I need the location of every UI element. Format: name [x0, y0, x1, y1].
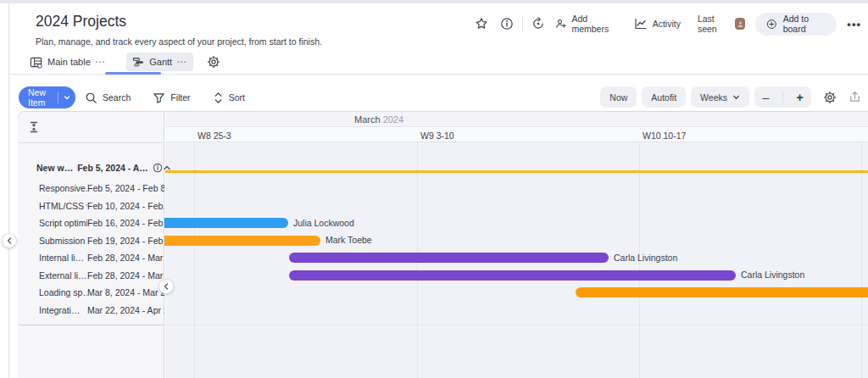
last-seen[interactable]: Last seen: [698, 14, 745, 34]
tab-menu-icon[interactable]: ···: [177, 58, 187, 67]
chevron-left-icon: [6, 237, 13, 244]
toolbar-right: Now Autofit Weeks – +: [600, 86, 861, 108]
board-menu-button[interactable]: •••: [847, 18, 861, 31]
group-end-divider: [165, 325, 868, 325]
collapse-panel-button[interactable]: [159, 279, 174, 294]
avatar[interactable]: [735, 18, 745, 30]
timeline-month-row: [165, 112, 868, 127]
zoom-out-button[interactable]: –: [754, 86, 777, 108]
expand-nav-button[interactable]: [2, 233, 17, 248]
now-button[interactable]: Now: [600, 86, 637, 108]
gantt-icon: [132, 56, 144, 68]
header-actions: Add members Activity Last seen Add to bo…: [475, 12, 861, 36]
collapse-rows-button[interactable]: [28, 121, 40, 133]
gantt-bar[interactable]: [164, 236, 320, 246]
group-info-button[interactable]: [153, 163, 163, 173]
tab-main-table[interactable]: Main table ···: [24, 53, 111, 72]
nav-panel-edge: [8, 3, 9, 378]
bar-assignee-label: Carla Livingston: [614, 253, 677, 263]
group-header-row[interactable]: New w… Feb 5, 2024 - A…: [18, 158, 164, 178]
person-icon: [737, 20, 744, 28]
group-dates: Feb 5, 2024 - A…: [77, 163, 148, 173]
week-label: W8 25-3: [198, 131, 231, 141]
group-name: New w…: [36, 163, 73, 173]
activity-button[interactable]: Activity: [634, 17, 681, 31]
filter-icon: [153, 92, 165, 104]
timeline-week-row: [165, 128, 868, 142]
chevron-left-icon: [163, 283, 170, 290]
compress-vertical-icon: [28, 121, 40, 133]
main-table-icon: [30, 56, 42, 69]
export-icon: [849, 91, 861, 103]
tab-gantt[interactable]: Gantt ···: [126, 53, 192, 71]
export-button[interactable]: [849, 91, 861, 103]
activity-chart-icon: [634, 17, 648, 31]
week-gridline: [861, 142, 862, 378]
gear-icon: [207, 55, 220, 69]
person-plus-icon: [555, 17, 567, 31]
task-row[interactable]: External li…Feb 28, 2024 - Mar 12,…: [18, 267, 164, 285]
gantt-bar[interactable]: [576, 287, 868, 297]
plus-circle-icon: [766, 18, 777, 31]
filter-button[interactable]: Filter: [153, 92, 190, 104]
timeline-month-label: March 2024: [354, 114, 403, 125]
refresh-icon: [531, 17, 545, 31]
panel-bottom-border: [19, 325, 164, 325]
tab-menu-icon[interactable]: ···: [96, 58, 106, 67]
window-top-strip: [0, 0, 868, 3]
view-tabs: Main table ··· Gantt ···: [24, 51, 220, 73]
favorite-button[interactable]: [475, 17, 488, 31]
page-subtitle: Plan, manage, and track every aspect of …: [36, 36, 322, 47]
gantt-bar[interactable]: [289, 270, 736, 281]
info-icon: [500, 17, 514, 31]
bar-assignee-label: Carla Livingston: [741, 270, 804, 280]
task-row[interactable]: Internal li…Feb 28, 2024 - Mar 8, …: [18, 249, 164, 267]
autofit-button[interactable]: Autofit: [642, 86, 686, 108]
zoom-unit-dropdown[interactable]: Weeks: [691, 86, 749, 108]
task-row[interactable]: Loading sp…Mar 8, 2024 - Mar 22,…: [18, 284, 164, 302]
week-gridline: [194, 142, 195, 378]
task-row[interactable]: Script optimi…Feb 16, 2024 - Feb …: [18, 214, 164, 232]
week-label: W9 3-10: [420, 131, 454, 141]
caret-down-icon: [64, 94, 70, 101]
search-icon: [85, 92, 97, 104]
search-button[interactable]: Search: [85, 92, 131, 104]
bar-assignee-label: Mark Toebe: [326, 235, 372, 245]
task-rows: Responsive…Feb 5, 2024 - Feb 8, … HTML/C…: [18, 180, 164, 319]
board-info-button[interactable]: [500, 17, 514, 31]
active-tab-underline: [105, 72, 161, 75]
bar-assignee-label: Julia Lockwood: [293, 218, 354, 228]
sort-icon: [213, 92, 224, 104]
header-divider: [522, 15, 523, 32]
panel-header-divider: [18, 142, 164, 143]
page-title: 2024 Projects: [36, 13, 126, 31]
add-members-button[interactable]: Add members: [555, 14, 619, 34]
zoom-controls: – +: [754, 86, 811, 108]
sort-button[interactable]: Sort: [213, 92, 245, 104]
info-icon: [153, 163, 163, 173]
gantt-settings-button[interactable]: [823, 91, 837, 104]
board-automations-button[interactable]: [531, 17, 545, 31]
task-row[interactable]: Submission …Feb 19, 2024 - Feb …: [18, 232, 164, 250]
task-row[interactable]: Integrati…Mar 22, 2024 - Apr 25, …: [18, 302, 164, 320]
star-icon: [475, 17, 488, 31]
group-summary-bar[interactable]: [165, 170, 868, 173]
new-item-button[interactable]: New Item: [19, 86, 75, 108]
caret-down-icon: [732, 93, 740, 101]
gear-icon: [823, 91, 837, 104]
week-label: W10 10-17: [643, 131, 686, 141]
task-row[interactable]: Responsive…Feb 5, 2024 - Feb 8, …: [18, 180, 164, 197]
task-row[interactable]: HTML/CSS va…Feb 10, 2024 - Feb…: [18, 197, 164, 215]
view-settings-button[interactable]: [207, 55, 220, 69]
zoom-in-button[interactable]: +: [788, 86, 811, 108]
gantt-view-page: 2024 Projects Plan, manage, and track ev…: [0, 0, 868, 378]
toolbar-left: Search Filter Sort: [85, 86, 245, 108]
gantt-bar[interactable]: [164, 218, 288, 228]
new-item-dropdown[interactable]: [58, 94, 75, 101]
gantt-bar[interactable]: [289, 253, 609, 263]
add-to-board-button[interactable]: Add to board: [755, 13, 837, 36]
